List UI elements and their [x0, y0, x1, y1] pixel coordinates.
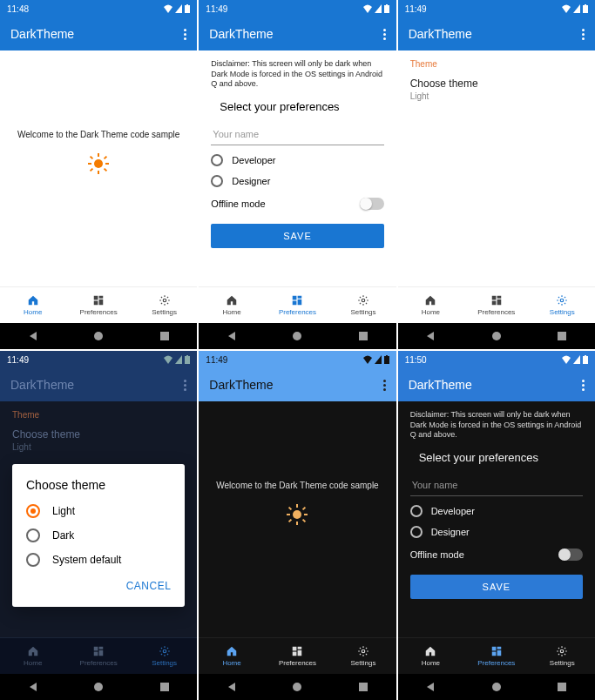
back-icon[interactable]	[28, 682, 38, 692]
radio-developer[interactable]: Developer	[211, 154, 383, 166]
svg-rect-66	[497, 647, 501, 650]
radio-developer[interactable]: Developer	[410, 505, 583, 517]
clock: 11:49	[7, 355, 29, 365]
back-icon[interactable]	[425, 682, 436, 692]
recents-icon[interactable]	[557, 331, 567, 341]
nav-home[interactable]: Home	[398, 638, 463, 674]
recents-icon[interactable]	[159, 682, 170, 692]
nav-home[interactable]: Home	[398, 287, 463, 323]
dialog-option-light[interactable]: Light	[26, 504, 171, 518]
dialog-option-system[interactable]: System default	[26, 553, 171, 567]
svg-rect-28	[585, 4, 586, 5]
nav-home[interactable]: Home	[0, 287, 65, 323]
svg-rect-32	[497, 300, 501, 305]
disclaimer-text: Disclaimer: This screen will only be dar…	[410, 410, 583, 441]
choose-theme-row[interactable]: Choose theme Light	[410, 77, 583, 101]
status-bar: 11:49	[0, 351, 197, 368]
svg-point-25	[293, 332, 301, 340]
bottom-nav: Home Preferences Settings	[199, 286, 396, 323]
prefs-title: Select your preferences	[419, 451, 583, 464]
svg-rect-45	[384, 356, 389, 364]
svg-point-42	[163, 650, 166, 653]
nav-preferences[interactable]: Preferences	[265, 287, 330, 323]
radio-designer[interactable]: Designer	[211, 175, 383, 187]
name-input[interactable]	[211, 124, 383, 145]
nav-preferences[interactable]: Preferences	[65, 638, 131, 674]
home-sys-icon[interactable]	[491, 682, 502, 692]
screen-prefs-dark: 11:50 DarkTheme Disclaimer: This screen …	[398, 351, 595, 700]
nav-settings[interactable]: Settings	[330, 287, 396, 323]
status-icons	[164, 4, 190, 13]
svg-rect-12	[99, 296, 104, 299]
recents-icon[interactable]	[358, 682, 368, 692]
home-sys-icon[interactable]	[93, 331, 104, 341]
svg-point-24	[362, 299, 365, 302]
status-bar: 11:50	[398, 351, 595, 368]
wifi-icon	[363, 355, 372, 364]
offline-switch[interactable]	[558, 549, 583, 561]
recents-icon[interactable]	[159, 331, 170, 341]
theme-section-header: Theme	[12, 410, 185, 420]
nav-settings[interactable]: Settings	[530, 638, 595, 674]
cancel-button[interactable]: CANCEL	[126, 580, 172, 592]
nav-preferences[interactable]: Preferences	[463, 287, 529, 323]
name-input[interactable]	[410, 475, 583, 496]
screen-home-dark: 11:49 DarkTheme Welcome to the Dark Them…	[199, 351, 396, 700]
app-bar: DarkTheme	[398, 17, 595, 50]
svg-rect-41	[99, 650, 104, 656]
overflow-icon[interactable]	[383, 380, 386, 391]
svg-rect-65	[492, 647, 497, 651]
gear-icon	[556, 645, 568, 657]
gear-icon	[357, 645, 369, 657]
back-icon[interactable]	[227, 331, 237, 341]
recents-icon[interactable]	[557, 682, 567, 692]
battery-icon	[185, 4, 190, 13]
overflow-icon[interactable]	[184, 380, 186, 391]
overflow-icon[interactable]	[184, 29, 186, 40]
home-sys-icon[interactable]	[491, 331, 502, 341]
radio-icon	[410, 505, 423, 517]
save-button[interactable]: SAVE	[211, 224, 383, 248]
svg-rect-5	[88, 163, 91, 165]
dialog-option-dark[interactable]: Dark	[26, 528, 171, 542]
svg-rect-38	[94, 647, 98, 651]
moon-icon	[89, 188, 108, 207]
nav-home[interactable]: Home	[199, 638, 264, 674]
overflow-icon[interactable]	[582, 380, 585, 391]
home-sys-icon[interactable]	[292, 331, 302, 341]
svg-rect-57	[298, 647, 302, 650]
home-sys-icon[interactable]	[93, 682, 104, 692]
svg-rect-56	[293, 647, 297, 651]
back-icon[interactable]	[227, 682, 237, 692]
nav-settings[interactable]: Settings	[132, 638, 197, 674]
svg-rect-4	[98, 171, 99, 174]
system-nav	[199, 674, 396, 700]
nav-preferences[interactable]: Preferences	[463, 638, 529, 674]
moon-icon	[287, 539, 307, 558]
overflow-icon[interactable]	[582, 29, 585, 40]
nav-settings[interactable]: Settings	[132, 287, 197, 323]
nav-settings[interactable]: Settings	[330, 638, 396, 674]
radio-designer[interactable]: Designer	[410, 526, 583, 538]
nav-preferences[interactable]: Preferences	[65, 287, 131, 323]
screen-prefs-light: 11:49 DarkTheme Disclaimer: This screen …	[199, 0, 396, 349]
recents-icon[interactable]	[358, 331, 368, 341]
svg-point-60	[362, 650, 365, 653]
nav-home[interactable]: Home	[199, 287, 264, 323]
save-button[interactable]: SAVE	[410, 575, 583, 599]
svg-rect-37	[186, 355, 188, 356]
overflow-icon[interactable]	[383, 29, 386, 40]
status-bar: 11:49	[199, 0, 396, 17]
screen-settings-light: 11:49 DarkTheme Theme Choose theme Light…	[398, 0, 595, 349]
svg-rect-52	[288, 507, 292, 510]
svg-rect-30	[497, 296, 501, 299]
back-icon[interactable]	[28, 331, 38, 341]
offline-label: Offline mode	[211, 199, 265, 209]
nav-preferences[interactable]: Preferences	[265, 638, 330, 674]
nav-settings[interactable]: Settings	[530, 287, 595, 323]
svg-point-43	[94, 683, 103, 691]
home-sys-icon[interactable]	[292, 682, 302, 692]
nav-home[interactable]: Home	[0, 638, 65, 674]
offline-switch[interactable]	[360, 198, 384, 210]
back-icon[interactable]	[425, 331, 436, 341]
